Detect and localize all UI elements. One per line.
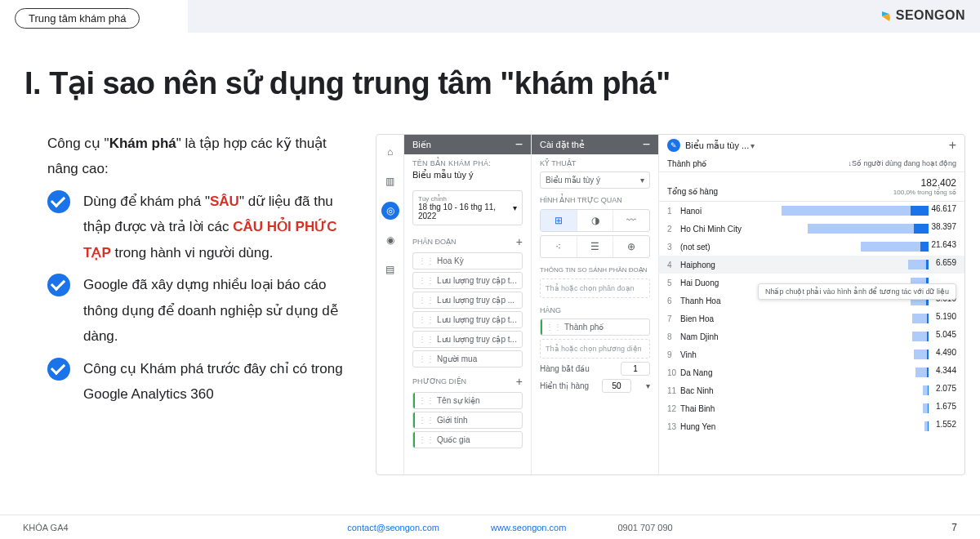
check-icon xyxy=(47,274,70,296)
explore-icon[interactable]: ◎ xyxy=(381,202,399,220)
visualization-label: HÌNH ẢNH TRỰC QUAN xyxy=(532,191,658,206)
segment-chip[interactable]: ⋮⋮Người mua xyxy=(412,350,523,368)
table-row[interactable]: 2Ho Chi Minh City38.397 xyxy=(659,220,964,238)
settings-column: Cài đặt thẻ− KỸ THUẬT Biểu mẫu tùy ý ▾ H… xyxy=(532,135,659,474)
show-rows-field: Hiển thị hàng ▾ xyxy=(540,379,650,393)
page-title: I. Tại sao nên sử dụng trung tâm "khám p… xyxy=(24,65,670,101)
start-row-input[interactable] xyxy=(621,362,650,376)
table-row[interactable]: 4Haiphong6.659 xyxy=(659,256,964,274)
check-icon xyxy=(47,190,70,213)
viz-donut-icon[interactable]: ◑ xyxy=(577,210,614,231)
segment-chip[interactable]: ⋮⋮Lưu lượng truy cập t... xyxy=(412,272,523,289)
rows-label: HÀNG xyxy=(532,301,658,316)
results-tab: ✎ Biểu mẫu tùy ... ▾ + xyxy=(659,135,964,156)
footer-web[interactable]: www.seongon.com xyxy=(491,523,566,532)
technique-label: KỸ THUẬT xyxy=(532,154,658,169)
brand-icon xyxy=(880,10,893,23)
viz-table-icon[interactable]: ⊞ xyxy=(541,210,577,231)
date-range-picker[interactable]: Tùy chỉnh18 thg 10 - 16 thg 11, 2022 ▾ xyxy=(412,190,523,225)
dimension-chip[interactable]: ⋮⋮Tên sự kiện xyxy=(412,392,523,409)
body-content: Công cụ "Khám phá" là tập hợp các kỹ thu… xyxy=(47,131,358,413)
home-icon[interactable]: ⌂ xyxy=(381,143,399,161)
table-row[interactable]: 13Hung Yen1.552 xyxy=(659,417,964,435)
table-row[interactable]: 10Da Nang4.344 xyxy=(659,363,964,381)
segments-header: PHÂN ĐOẠN+ xyxy=(404,230,531,250)
variables-column: Biến− Tên bản khám phá: Biểu mẫu tùy ý T… xyxy=(404,135,532,474)
segment-chip[interactable]: ⋮⋮Lưu lượng truy cập ... xyxy=(412,292,523,309)
footer-links: contact@seongon.com www.seongon.com 0901… xyxy=(69,523,952,532)
hover-tooltip: Nhấp chuột phải vào hình ảnh để tương tá… xyxy=(758,283,956,300)
table-row[interactable]: 8Nam Djinh5.045 xyxy=(659,327,964,345)
footer-phone[interactable]: 0901 707 090 xyxy=(617,523,672,532)
table-row[interactable]: 3(not set)21.643 xyxy=(659,238,964,256)
add-tab-icon[interactable]: + xyxy=(949,138,956,153)
technique-chip[interactable]: Biểu mẫu tùy ý ▾ xyxy=(540,172,650,189)
dimensions-header: PHƯƠNG DIỆN+ xyxy=(404,370,531,390)
segment-compare-label: THÔNG TIN SO SÁNH PHÂN ĐOẠN xyxy=(532,261,658,275)
table-row[interactable]: 1Hanoi46.617 xyxy=(659,202,964,220)
breadcrumb-pill: Trung tâm khám phá xyxy=(15,8,140,29)
start-row-field: Hàng bắt đầu xyxy=(540,362,650,376)
table-row[interactable]: 7Bien Hoa5.190 xyxy=(659,310,964,327)
add-segment-icon[interactable]: + xyxy=(516,235,523,248)
reports-icon[interactable]: ▥ xyxy=(381,172,399,190)
results-column: ✎ Biểu mẫu tùy ... ▾ + Thành phố ↓Số ngư… xyxy=(659,135,964,474)
table-row[interactable]: 12Thai Binh1.675 xyxy=(659,399,964,417)
table-row[interactable]: 11Bac Ninh2.075 xyxy=(659,381,964,399)
left-iconbar: ⌂ ▥ ◎ ◉ ▤ xyxy=(376,135,404,474)
table-header: Thành phố ↓Số người dùng đang hoạt động xyxy=(659,156,964,172)
viz-scatter-icon[interactable]: ⁖ xyxy=(541,236,577,257)
segment-dropzone[interactable]: Thả hoặc chọn phân đoạn xyxy=(540,278,650,298)
segment-chip[interactable]: ⋮⋮Lưu lượng truy cập t... xyxy=(412,311,523,328)
collapse-icon[interactable]: − xyxy=(515,138,523,151)
table-row[interactable]: 9Vinh4.490 xyxy=(659,345,964,363)
row-dimension-chip[interactable]: ⋮⋮Thành phố xyxy=(540,318,650,336)
footer-email[interactable]: contact@seongon.com xyxy=(347,523,439,532)
ga4-explore-screenshot: ⌂ ▥ ◎ ◉ ▤ Biến− Tên bản khám phá: Biểu m… xyxy=(376,134,965,475)
row-dropzone[interactable]: Thả hoặc chọn phương diện xyxy=(540,339,650,359)
configure-icon[interactable]: ▤ xyxy=(381,261,399,278)
segment-chip[interactable]: ⋮⋮Lưu lượng truy cập t... xyxy=(412,331,523,348)
course-label: KHÓA GA4 xyxy=(23,523,69,532)
viz-line-icon[interactable]: 〰 xyxy=(613,210,649,231)
pencil-icon[interactable]: ✎ xyxy=(667,139,680,152)
chevron-down-icon: ▾ xyxy=(513,203,517,212)
show-rows-input[interactable] xyxy=(602,379,631,393)
dimension-chip[interactable]: ⋮⋮Giới tính xyxy=(412,412,523,429)
dimension-chip[interactable]: ⋮⋮Quốc gia xyxy=(412,431,523,448)
brand-logo: SEONGON xyxy=(880,8,965,23)
viz-geo-icon[interactable]: ⊕ xyxy=(613,236,649,257)
intro-text: Công cụ "Khám phá" là tập hợp các kỹ thu… xyxy=(47,131,358,182)
exploration-name: Tên bản khám phá: Biểu mẫu tùy ý xyxy=(404,154,531,185)
bullet-3: Công cụ Khám phá trước đây chỉ có trong … xyxy=(47,356,358,408)
footer: KHÓA GA4 contact@seongon.com www.seongon… xyxy=(0,514,980,539)
bullet-1: Dùng để khám phá "SÂU" dữ liệu đã thu th… xyxy=(47,189,358,265)
settings-header: Cài đặt thẻ− xyxy=(532,135,658,154)
topbar-background xyxy=(188,0,980,33)
topbar: Trung tâm khám phá SEONGON xyxy=(0,0,980,33)
viz-bar-icon[interactable]: ☰ xyxy=(577,236,614,257)
ads-icon[interactable]: ◉ xyxy=(381,231,399,249)
segment-chip[interactable]: ⋮⋮Hoa Kỳ xyxy=(412,252,523,270)
check-icon xyxy=(47,358,70,381)
viz-row-2: ⁖ ☰ ⊕ xyxy=(540,235,650,258)
variables-header: Biến− xyxy=(404,135,531,154)
viz-row-1: ⊞ ◑ 〰 xyxy=(540,209,650,232)
bullet-2: Google đã xây dựng nhiều loại báo cáo th… xyxy=(47,272,358,349)
add-dimension-icon[interactable]: + xyxy=(516,375,523,388)
total-row: Tổng số hàng 182.402100,0% trong tổng số xyxy=(659,172,964,202)
collapse-icon[interactable]: − xyxy=(643,138,650,151)
page-number: 7 xyxy=(951,522,957,533)
bullet-list: Dùng để khám phá "SÂU" dữ liệu đã thu th… xyxy=(47,189,358,408)
